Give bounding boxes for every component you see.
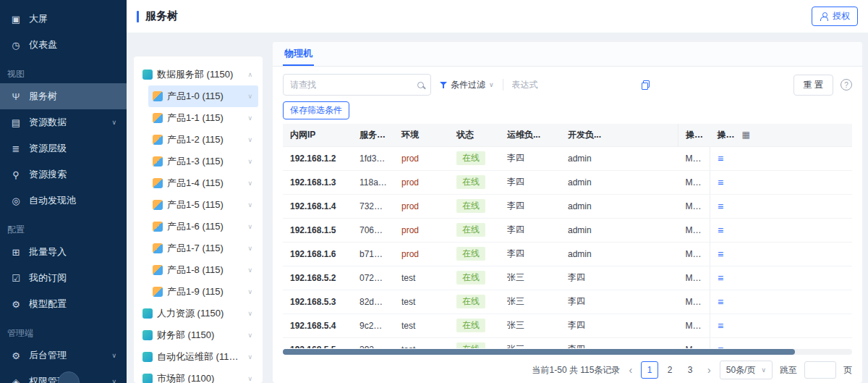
- tree-node[interactable]: 数据服务部 (1150) ∧: [138, 64, 258, 85]
- row-actions-icon[interactable]: ≡: [718, 224, 723, 236]
- tree-node[interactable]: 产品1-8 (115) ∨: [148, 259, 258, 281]
- dept-icon: [142, 70, 153, 80]
- row-actions-icon[interactable]: ≡: [718, 201, 723, 212]
- page-size-select[interactable]: 50条/页 ∨: [720, 361, 773, 379]
- row-actions-icon[interactable]: ≡: [718, 177, 723, 188]
- chevron-down-icon: ∨: [489, 81, 494, 88]
- product-icon: [153, 222, 163, 232]
- tree-node[interactable]: 财务部 (1150) ∨: [138, 324, 258, 346]
- cell-dev-owner: admin: [561, 194, 678, 218]
- tree-node[interactable]: 产品1-4 (115) ∨: [148, 172, 258, 194]
- chevron-down-icon[interactable]: ∨: [246, 93, 254, 100]
- chevron-down-icon[interactable]: ∨: [246, 353, 254, 361]
- save-filter-button[interactable]: 保存筛选条件: [283, 101, 349, 119]
- row-actions-icon[interactable]: ≡: [718, 272, 723, 284]
- page-button[interactable]: 3: [681, 361, 699, 379]
- page-button[interactable]: 1: [641, 361, 658, 379]
- column-header-label: 开发负...: [568, 130, 601, 140]
- chevron-down-icon[interactable]: ∨: [246, 332, 254, 339]
- dashboard-icon: ◷: [10, 40, 22, 51]
- row-actions-icon[interactable]: ≡: [718, 296, 723, 308]
- filter-funnel-icon: [440, 81, 447, 89]
- chevron-right-icon[interactable]: ›: [706, 364, 712, 376]
- sidebar-section-label: 管理端: [0, 320, 127, 342]
- cell-environment: prod: [401, 225, 419, 235]
- copy-icon[interactable]: [642, 80, 650, 90]
- sidebar-item-label: 仪表盘: [29, 38, 116, 51]
- chevron-down-icon[interactable]: ∨: [246, 288, 254, 295]
- sidebar-item[interactable]: Ψ 服务树: [0, 83, 127, 109]
- tree-node[interactable]: 人力资源 (1150) ∨: [138, 303, 258, 324]
- chevron-down-icon[interactable]: ∨: [246, 223, 254, 230]
- tab-physical-machines[interactable]: 物理机: [283, 42, 314, 66]
- chevron-down-icon[interactable]: ∨: [246, 375, 254, 382]
- sidebar-item[interactable]: ⚙ 后台管理 ∨: [0, 342, 127, 369]
- tree-node[interactable]: 产品1-7 (115) ∨: [148, 237, 258, 259]
- status-badge: 在线: [456, 175, 485, 189]
- sidebar-item-label: 服务树: [29, 90, 116, 103]
- tree-node[interactable]: 产品1-3 (115) ∨: [148, 151, 258, 172]
- cell-internal-ip: 192.168.5.2: [283, 266, 352, 290]
- sidebar-item[interactable]: ⚲ 资源搜索: [0, 161, 127, 188]
- chevron-down-icon[interactable]: ∨: [246, 136, 254, 143]
- tree-node-label: 产品1-5 (115): [167, 198, 242, 211]
- help-icon[interactable]: ?: [841, 79, 852, 91]
- column-header-label: 内网IP: [290, 130, 315, 140]
- row-actions-icon[interactable]: ≡: [718, 344, 723, 349]
- tree-node[interactable]: 产品1-6 (115) ∨: [148, 216, 258, 237]
- chevron-down-icon[interactable]: ∨: [246, 201, 254, 209]
- chevron-down-icon: ∨: [111, 352, 116, 359]
- admin-icon: ⚙: [10, 350, 22, 361]
- sidebar-section-label: 视图: [0, 61, 127, 83]
- page-button[interactable]: 2: [661, 361, 678, 379]
- chevron-down-icon[interactable]: ∨: [246, 310, 254, 317]
- cell-serial: 73205a8b...: [352, 194, 394, 218]
- expression-input[interactable]: [512, 80, 636, 90]
- chevron-up-icon[interactable]: ∧: [246, 71, 254, 78]
- tree-node[interactable]: 产品1-2 (115) ∨: [148, 129, 258, 151]
- tree-node[interactable]: 产品1-1 (115) ∨: [148, 107, 258, 129]
- cell-internal-ip: 192.168.1.3: [283, 170, 352, 194]
- horizontal-scrollbar-thumb[interactable]: [283, 349, 795, 355]
- sidebar-item[interactable]: ◎ 自动发现池: [0, 188, 127, 214]
- chevron-down-icon[interactable]: ∨: [246, 158, 254, 165]
- chevron-down-icon[interactable]: ∨: [246, 114, 254, 122]
- tree-node[interactable]: 产品1-9 (115) ∨: [148, 281, 258, 303]
- search-input[interactable]: [290, 80, 413, 90]
- dept-icon: [142, 330, 153, 340]
- jump-page-input[interactable]: [804, 361, 836, 379]
- tree-node[interactable]: 产品1-0 (115) ∨: [148, 85, 258, 107]
- chevron-down-icon: ∨: [761, 366, 766, 374]
- chevron-down-icon[interactable]: ∨: [246, 180, 254, 187]
- sidebar-item-label: 自动发现池: [29, 194, 116, 207]
- column-header: 状态: [449, 124, 500, 146]
- row-actions-icon[interactable]: ≡: [718, 320, 723, 332]
- sidebar-item[interactable]: ≣ 资源层级: [0, 135, 127, 161]
- reset-button[interactable]: 重 置: [793, 75, 833, 96]
- tree-node[interactable]: 自动化运维部 (1150) ∨: [138, 346, 258, 368]
- chevron-left-icon[interactable]: ‹: [627, 364, 634, 376]
- cell-os-version: Microsoft Windows Server 2019 Stan...: [678, 146, 710, 170]
- sidebar-item[interactable]: ⊞ 批量导入: [0, 239, 127, 265]
- column-header-label: 状态: [456, 130, 474, 140]
- sidebar-item[interactable]: ◷ 仪表盘: [0, 32, 127, 58]
- tree-node[interactable]: 产品1-5 (115) ∨: [148, 194, 258, 216]
- resource-data-icon: ▤: [10, 117, 22, 128]
- content-panel: 物理机 条件过滤 ∨ 重 置 ?: [273, 42, 862, 383]
- tree-node-label: 数据服务部 (1150): [157, 68, 242, 81]
- chevron-down-icon[interactable]: ∨: [246, 266, 254, 274]
- tree-node[interactable]: 市场部 (1100) ∨: [138, 368, 258, 383]
- machine-table: 内网IP 服务器序列号 环境: [273, 124, 862, 348]
- row-actions-icon[interactable]: ≡: [718, 153, 723, 164]
- sidebar-item[interactable]: ⚙ 模型配置: [0, 291, 127, 317]
- tree-node-label: 产品1-2 (115): [167, 133, 242, 146]
- sidebar-item[interactable]: ▣ 大屏: [0, 6, 127, 32]
- grid-icon[interactable]: ▦: [742, 130, 750, 140]
- sidebar-item[interactable]: ▤ 资源数据 ∨: [0, 109, 127, 135]
- authorize-button[interactable]: 授权: [812, 7, 858, 26]
- row-actions-icon[interactable]: ≡: [718, 248, 723, 260]
- sidebar-item[interactable]: ☑ 我的订阅: [0, 265, 127, 291]
- chevron-down-icon[interactable]: ∨: [246, 245, 254, 252]
- condition-filter-dropdown[interactable]: 条件过滤 ∨: [440, 79, 494, 91]
- column-header: 内网IP: [283, 124, 352, 146]
